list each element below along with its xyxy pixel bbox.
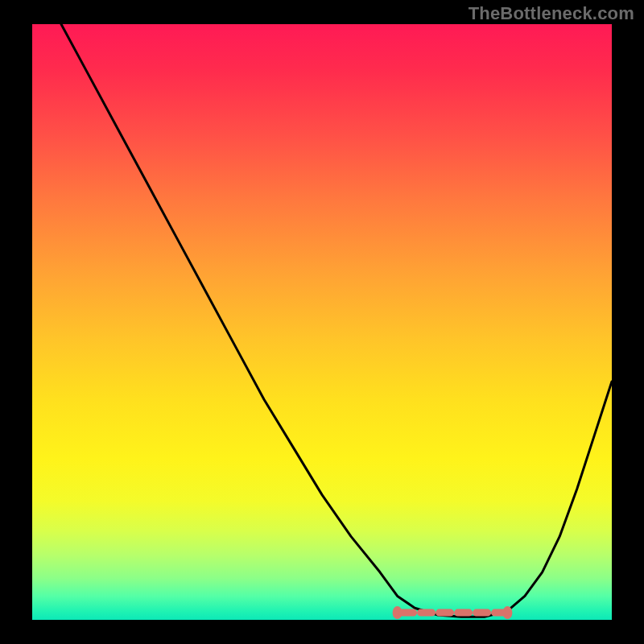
plot-area [32,24,612,620]
optimal-range-markers [32,24,612,620]
chart-canvas: TheBottleneck.com [0,0,644,644]
watermark-text: TheBottleneck.com [469,3,634,24]
